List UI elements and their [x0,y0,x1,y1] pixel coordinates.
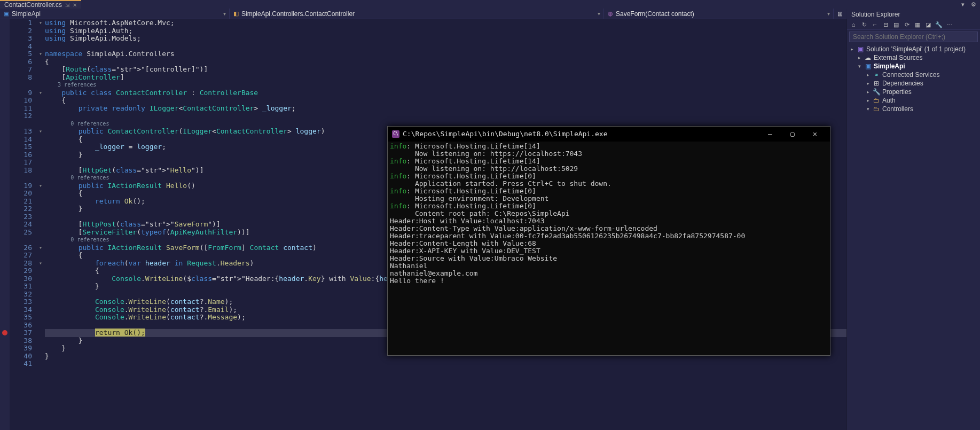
navigation-bar: ▣ SimpleApi ▾ ◧ SimpleApi.Controllers.Co… [0,9,846,19]
nav-class[interactable]: ◧ SimpleApi.Controllers.ContactControlle… [230,9,604,19]
tree-label: Dependencies [882,80,923,87]
pin-icon[interactable]: ⇲ [65,2,69,8]
console-output[interactable]: info: Microsoft.Hosting.Lifetime[14] Now… [388,142,830,355]
nav-project-label: SimpleApi [12,10,41,18]
expand-icon[interactable]: ▸ [865,89,871,95]
tree-solution-root[interactable]: ▸ ▣ Solution 'SimpleApi' (1 of 1 project… [847,45,980,53]
sources-icon: ☁ [864,54,872,61]
project-icon: ▣ [3,10,10,17]
refresh-icon[interactable]: ⟳ [903,21,911,28]
show-all-icon[interactable]: ▤ [892,21,900,28]
solution-explorer: Solution Explorer ⌂ ↻ ← ⊟ ▤ ⟳ ▦ ◪ 🔧 ⋯ ▸ … [846,9,980,430]
home-icon[interactable]: ⌂ [849,21,858,28]
sync-icon[interactable]: ↻ [860,21,868,28]
preview-icon[interactable]: ◪ [924,21,932,28]
collapse-icon[interactable]: ⊟ [881,21,890,28]
more-icon[interactable]: ⋯ [945,21,954,28]
nav-project[interactable]: ▣ SimpleApi ▾ [0,9,230,19]
expand-icon[interactable]: ▸ [865,81,871,86]
tree-dependencies[interactable]: ▸ ⊞ Dependencies [847,79,980,88]
nav-class-label: SimpleApi.Controllers.ContactController [241,10,355,18]
collapse-icon[interactable]: ▾ [857,64,862,69]
tree-label: Connected Services [882,71,939,79]
tree-label: SimpleApi [874,62,905,70]
props-icon[interactable]: ▦ [913,21,922,28]
tree-label: Properties [882,88,912,96]
expand-icon[interactable]: ▸ [857,55,862,60]
solution-explorer-title: Solution Explorer [847,9,980,20]
solution-search-input[interactable] [849,32,978,42]
line-number-gutter: 1234567891011121314151617181920212223242… [10,19,36,430]
folder-icon: 🗀 [873,97,880,104]
method-icon: ◍ [607,10,614,17]
fold-margin[interactable]: ▾▾▾▾▾▾▾ [36,19,45,430]
solution-icon: ▣ [857,45,864,53]
minimize-button[interactable]: — [759,130,781,138]
tree-label: Auth [882,97,896,104]
console-title-text: C:\Repos\SimpleApi\bin\Debug\net8.0\Simp… [403,130,608,138]
tree-label: Solution 'SimpleApi' (1 of 1 project) [866,45,966,53]
tree-project[interactable]: ▾ ▣ SimpleApi [847,62,980,71]
chevron-down-icon[interactable]: ▾ [598,11,600,17]
nav-member-label: SaveForm(Contact contact) [616,10,694,18]
solution-tree[interactable]: ▸ ▣ Solution 'SimpleApi' (1 of 1 project… [847,44,980,430]
tab-file-name: ContactController.cs [4,1,62,9]
back-icon[interactable]: ← [871,21,879,28]
dependencies-icon: ⊞ [873,80,880,87]
tree-label: External Sources [874,54,922,61]
tree-label: Controllers [882,105,913,113]
close-button[interactable]: ✕ [804,130,826,138]
dropdown-icon[interactable]: ▾ [960,1,966,8]
gear-icon[interactable]: ⚙ [970,1,977,8]
maximize-button[interactable]: ▢ [782,130,803,138]
tree-controllers-folder[interactable]: ▾ 🗀 Controllers [847,105,980,113]
breakpoint-margin[interactable] [0,19,10,430]
expand-icon[interactable]: ▸ [849,46,854,52]
tree-auth-folder[interactable]: ▸ 🗀 Auth [847,96,980,105]
chevron-down-icon[interactable]: ▾ [827,11,830,17]
console-app-icon: C\ [392,130,399,138]
folder-icon: 🗀 [873,105,880,113]
nav-split-icon[interactable]: ⊞ [834,9,846,19]
console-window: C\ C:\Repos\SimpleApi\bin\Debug\net8.0\S… [387,126,830,356]
editor-pane: ▣ SimpleApi ▾ ◧ SimpleApi.Controllers.Co… [0,9,846,430]
wrench-icon: 🔧 [873,88,880,96]
expand-icon[interactable]: ▸ [865,72,871,77]
solution-explorer-toolbar: ⌂ ↻ ← ⊟ ▤ ⟳ ▦ ◪ 🔧 ⋯ [847,20,980,30]
console-titlebar[interactable]: C\ C:\Repos\SimpleApi\bin\Debug\net8.0\S… [388,127,830,142]
tree-properties[interactable]: ▸ 🔧 Properties [847,88,980,96]
tree-external-sources[interactable]: ▸ ☁ External Sources [847,53,980,62]
document-tab[interactable]: ContactController.cs ⇲ ✕ [0,0,81,9]
code-editor[interactable]: 1234567891011121314151617181920212223242… [0,19,846,430]
services-icon: ⚭ [873,71,880,79]
document-tab-bar: ContactController.cs ⇲ ✕ ▾ ⚙ [0,0,980,9]
csproj-icon: ▣ [864,62,872,70]
close-tab-icon[interactable]: ✕ [73,2,77,8]
collapse-icon[interactable]: ▾ [865,106,871,112]
class-icon: ◧ [233,10,239,17]
wrench-icon[interactable]: 🔧 [935,21,943,28]
nav-member[interactable]: ◍ SaveForm(Contact contact) ▾ [604,9,834,19]
tree-connected-services[interactable]: ▸ ⚭ Connected Services [847,71,980,79]
expand-icon[interactable]: ▸ [865,98,871,103]
chevron-down-icon[interactable]: ▾ [223,11,226,17]
